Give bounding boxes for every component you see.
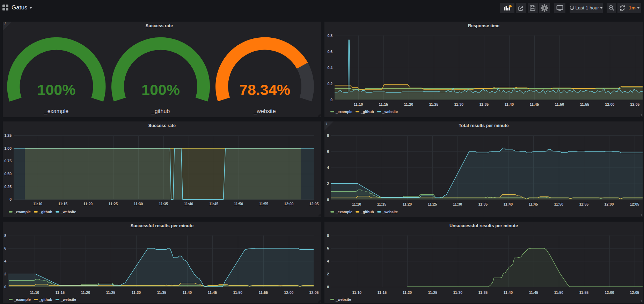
svg-text:_example: _example bbox=[44, 108, 68, 114]
svg-text:12:00: 12:00 bbox=[605, 202, 614, 206]
svg-text:11:50: 11:50 bbox=[233, 290, 242, 295]
svg-text:11:20: 11:20 bbox=[81, 290, 90, 295]
svg-text:8: 8 bbox=[327, 233, 329, 238]
svg-text:12:05: 12:05 bbox=[630, 290, 639, 295]
svg-text:11:25: 11:25 bbox=[429, 102, 438, 106]
svg-text:_github: _github bbox=[151, 108, 170, 114]
svg-text:11:55: 11:55 bbox=[580, 102, 589, 106]
svg-text:11:35: 11:35 bbox=[478, 290, 488, 295]
svg-text:11:55: 11:55 bbox=[579, 290, 588, 295]
svg-text:4: 4 bbox=[327, 259, 329, 263]
svg-text:11:45: 11:45 bbox=[530, 102, 539, 106]
svg-text:11:50: 11:50 bbox=[555, 102, 564, 106]
svg-text:11:40: 11:40 bbox=[183, 290, 192, 295]
svg-text:_website: _website bbox=[253, 108, 276, 114]
svg-text:11:50: 11:50 bbox=[234, 202, 243, 206]
svg-text:11:55: 11:55 bbox=[259, 290, 268, 295]
svg-text:6: 6 bbox=[4, 246, 6, 250]
svg-text:12:05: 12:05 bbox=[309, 202, 319, 206]
svg-text:6: 6 bbox=[327, 149, 329, 154]
svg-text:11:55: 11:55 bbox=[259, 202, 268, 206]
svg-text:0.2: 0.2 bbox=[327, 82, 332, 86]
svg-text:100%: 100% bbox=[37, 81, 76, 98]
svg-text:11:10: 11:10 bbox=[352, 202, 361, 206]
svg-text:11:40: 11:40 bbox=[504, 290, 513, 295]
svg-text:11:45: 11:45 bbox=[529, 290, 538, 295]
svg-text:0.25: 0.25 bbox=[5, 185, 12, 189]
svg-text:11:45: 11:45 bbox=[209, 202, 218, 206]
svg-text:12:00: 12:00 bbox=[605, 102, 615, 106]
svg-text:0.4: 0.4 bbox=[327, 66, 332, 70]
svg-text:11:15: 11:15 bbox=[379, 102, 388, 106]
svg-text:11:40: 11:40 bbox=[184, 202, 193, 206]
svg-text:12:05: 12:05 bbox=[309, 290, 319, 295]
svg-text:11:45: 11:45 bbox=[208, 290, 217, 295]
svg-text:12:00: 12:00 bbox=[284, 202, 294, 206]
svg-text:12:00: 12:00 bbox=[284, 290, 294, 295]
svg-text:11:35: 11:35 bbox=[478, 202, 488, 206]
svg-text:2: 2 bbox=[327, 272, 329, 276]
svg-text:78.34%: 78.34% bbox=[239, 81, 290, 98]
svg-text:4: 4 bbox=[4, 259, 6, 263]
svg-text:11:10: 11:10 bbox=[352, 290, 361, 295]
svg-text:0: 0 bbox=[327, 198, 329, 202]
svg-text:11:20: 11:20 bbox=[403, 290, 412, 295]
svg-text:11:35: 11:35 bbox=[159, 202, 168, 206]
svg-text:0: 0 bbox=[327, 285, 329, 289]
svg-text:11:15: 11:15 bbox=[58, 202, 67, 206]
svg-text:4: 4 bbox=[327, 165, 329, 170]
svg-text:11:50: 11:50 bbox=[554, 290, 563, 295]
svg-text:0: 0 bbox=[330, 98, 332, 102]
svg-text:11:15: 11:15 bbox=[378, 290, 387, 295]
svg-text:1.00: 1.00 bbox=[5, 146, 12, 150]
svg-text:11:40: 11:40 bbox=[505, 102, 514, 106]
svg-text:8: 8 bbox=[4, 233, 6, 238]
svg-text:11:30: 11:30 bbox=[132, 290, 141, 295]
svg-text:0.6: 0.6 bbox=[327, 50, 332, 54]
svg-text:0.75: 0.75 bbox=[5, 159, 12, 163]
svg-text:11:10: 11:10 bbox=[30, 290, 39, 295]
svg-text:0.50: 0.50 bbox=[5, 172, 12, 176]
svg-text:11:35: 11:35 bbox=[480, 102, 489, 106]
svg-text:11:20: 11:20 bbox=[83, 202, 93, 206]
svg-text:11:10: 11:10 bbox=[33, 202, 42, 206]
svg-text:0.8: 0.8 bbox=[327, 34, 332, 38]
svg-text:6: 6 bbox=[327, 246, 329, 250]
svg-text:0: 0 bbox=[4, 285, 6, 289]
svg-text:11:15: 11:15 bbox=[377, 202, 386, 206]
svg-text:11:40: 11:40 bbox=[504, 202, 513, 206]
svg-text:11:30: 11:30 bbox=[453, 202, 462, 206]
svg-text:11:25: 11:25 bbox=[428, 290, 437, 295]
svg-text:12:00: 12:00 bbox=[605, 290, 614, 295]
svg-text:0: 0 bbox=[9, 197, 12, 201]
svg-text:12:05: 12:05 bbox=[630, 102, 640, 106]
svg-text:2: 2 bbox=[327, 181, 329, 186]
svg-text:2: 2 bbox=[4, 272, 6, 276]
svg-text:100%: 100% bbox=[141, 81, 180, 98]
svg-text:12:05: 12:05 bbox=[630, 202, 639, 206]
svg-text:11:30: 11:30 bbox=[134, 202, 143, 206]
svg-text:8: 8 bbox=[327, 133, 329, 138]
svg-text:11:20: 11:20 bbox=[403, 202, 412, 206]
svg-text:11:45: 11:45 bbox=[529, 202, 538, 206]
svg-text:11:25: 11:25 bbox=[428, 202, 437, 206]
svg-text:11:10: 11:10 bbox=[354, 102, 363, 106]
svg-text:11:30: 11:30 bbox=[453, 290, 462, 295]
svg-text:1.25: 1.25 bbox=[5, 133, 12, 138]
svg-text:11:15: 11:15 bbox=[56, 290, 65, 295]
svg-text:11:25: 11:25 bbox=[106, 290, 115, 295]
svg-text:11:20: 11:20 bbox=[404, 102, 413, 106]
svg-text:11:55: 11:55 bbox=[579, 202, 588, 206]
svg-text:11:30: 11:30 bbox=[454, 102, 463, 106]
svg-text:11:25: 11:25 bbox=[109, 202, 118, 206]
svg-text:11:35: 11:35 bbox=[157, 290, 166, 295]
svg-text:11:50: 11:50 bbox=[554, 202, 563, 206]
